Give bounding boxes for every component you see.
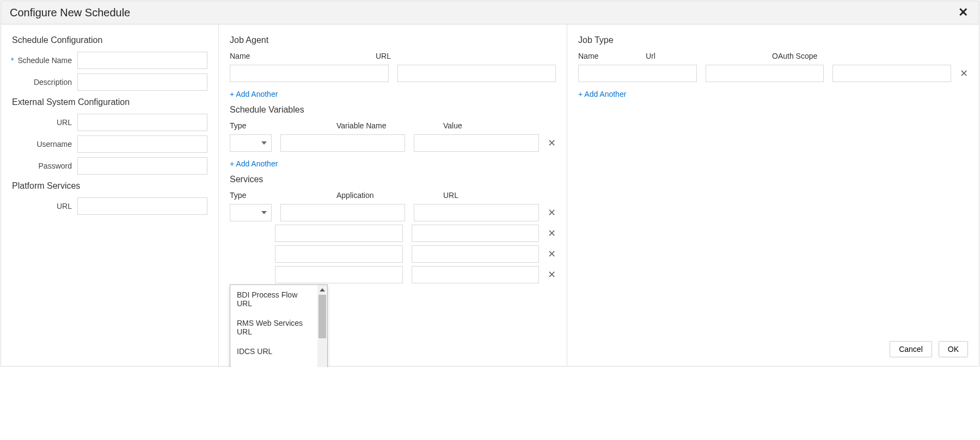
dialog-body: Schedule Configuration * Schedule Name D… <box>1 24 979 366</box>
services-h-type: Type <box>230 191 328 200</box>
sched-vars-h-type: Type <box>230 121 328 130</box>
platform-url-row: URL <box>12 197 207 215</box>
job-type-h-scope: OAuth Scope <box>772 52 831 60</box>
delete-row-icon[interactable]: ✕ <box>548 227 556 239</box>
services-row: ✕ <box>230 204 556 221</box>
ext-password-input[interactable] <box>77 157 207 175</box>
section-services: Services <box>230 175 556 184</box>
cancel-button[interactable]: Cancel <box>890 341 932 357</box>
services-app-input[interactable] <box>275 266 402 283</box>
dropdown-list: BDI Process Flow URL RMS Web Services UR… <box>230 285 317 367</box>
job-type-add-link[interactable]: + Add Another <box>578 90 626 98</box>
scroll-up-button[interactable] <box>317 285 327 295</box>
services-url-input[interactable] <box>414 204 539 221</box>
dialog-footer: Cancel OK <box>890 341 968 357</box>
ext-username-input[interactable] <box>77 135 207 153</box>
configure-schedule-dialog: Configure New Schedule ✕ Schedule Config… <box>1 1 979 367</box>
services-h-url: URL <box>443 191 541 200</box>
job-type-row: ✕ <box>578 65 968 82</box>
delete-row-icon[interactable]: ✕ <box>548 248 556 260</box>
job-type-scope-input[interactable] <box>832 65 951 82</box>
job-agent-h-url: URL <box>376 52 513 60</box>
right-column: Job Type Name Url OAuth Scope ✕ + Add An… <box>567 24 979 366</box>
dropdown-option[interactable]: IDCS URL for CFS <box>230 361 317 367</box>
dropdown-option[interactable]: RMS Web Services URL <box>230 313 317 342</box>
job-agent-header: Name URL <box>230 52 556 60</box>
services-header: Type Application URL <box>230 191 556 200</box>
delete-row-icon[interactable]: ✕ <box>548 269 556 281</box>
job-agent-h-name: Name <box>230 52 367 60</box>
platform-url-input[interactable] <box>77 197 207 215</box>
platform-url-label: URL <box>12 202 77 210</box>
job-type-h-name: Name <box>578 52 637 60</box>
job-type-header: Name Url OAuth Scope <box>578 52 968 60</box>
ext-username-row: Username <box>12 135 207 153</box>
section-schedule-config: Schedule Configuration <box>12 35 207 45</box>
ok-button[interactable]: OK <box>939 341 968 357</box>
section-external-system: External System Configuration <box>12 97 207 107</box>
sched-vars-h-val: Value <box>443 121 541 130</box>
sched-vars-row: ✕ <box>230 134 556 152</box>
description-row: Description <box>12 73 207 91</box>
sched-vars-header: Type Variable Name Value <box>230 121 556 130</box>
services-type-select[interactable] <box>230 204 272 221</box>
job-agent-row <box>230 65 556 82</box>
services-app-input[interactable] <box>275 245 402 263</box>
services-app-input[interactable] <box>275 225 402 242</box>
dropdown-option[interactable]: BDI Process Flow URL <box>230 285 317 313</box>
required-marker: * <box>11 56 14 65</box>
services-app-input[interactable] <box>280 204 406 221</box>
schedule-name-row: * Schedule Name <box>12 52 207 69</box>
ext-password-row: Password <box>12 157 207 175</box>
section-platform-services: Platform Services <box>12 181 207 191</box>
services-row: ✕ <box>230 245 556 263</box>
delete-row-icon[interactable]: ✕ <box>548 207 556 219</box>
sched-vars-add-link[interactable]: + Add Another <box>230 159 278 168</box>
ext-url-row: URL <box>12 114 207 131</box>
services-url-input[interactable] <box>412 225 539 242</box>
close-icon[interactable]: ✕ <box>956 5 970 20</box>
dropdown-option[interactable]: IDCS URL <box>230 342 317 361</box>
chevron-down-icon <box>261 141 267 145</box>
delete-row-icon[interactable]: ✕ <box>548 137 556 149</box>
services-h-app: Application <box>336 191 434 200</box>
job-agent-add-link[interactable]: + Add Another <box>230 90 278 98</box>
services-row: ✕ <box>230 266 556 283</box>
dropdown-scrollbar[interactable] <box>317 285 327 367</box>
scroll-thumb[interactable] <box>318 295 326 338</box>
chevron-up-icon <box>320 288 325 292</box>
services-type-dropdown: BDI Process Flow URL RMS Web Services UR… <box>230 284 328 367</box>
schedule-name-label-text: Schedule Name <box>17 56 72 65</box>
ext-url-label: URL <box>12 118 77 127</box>
job-type-url-input[interactable] <box>706 65 824 82</box>
job-agent-url-input[interactable] <box>397 65 556 82</box>
chevron-down-icon <box>261 211 267 214</box>
ext-url-input[interactable] <box>77 114 207 131</box>
middle-column: Job Agent Name URL + Add Another Schedul… <box>219 24 567 366</box>
section-job-type: Job Type <box>578 35 968 45</box>
schedule-name-input[interactable] <box>77 52 207 69</box>
job-type-name-input[interactable] <box>578 65 697 82</box>
ext-username-label: Username <box>12 140 77 148</box>
sched-vars-h-var: Variable Name <box>336 121 434 130</box>
job-type-h-url: Url <box>646 52 763 60</box>
sched-vars-type-select[interactable] <box>230 134 272 152</box>
sched-vars-name-input[interactable] <box>280 134 406 152</box>
services-url-input[interactable] <box>412 266 539 283</box>
schedule-name-label: * Schedule Name <box>12 56 77 65</box>
scroll-track[interactable] <box>317 295 327 367</box>
services-url-input[interactable] <box>412 245 539 263</box>
description-label: Description <box>12 78 77 86</box>
left-column: Schedule Configuration * Schedule Name D… <box>1 24 219 366</box>
sched-vars-value-input[interactable] <box>414 134 539 152</box>
section-job-agent: Job Agent <box>230 35 556 45</box>
ext-password-label: Password <box>12 162 77 170</box>
delete-row-icon[interactable]: ✕ <box>960 67 968 79</box>
services-row: ✕ <box>230 225 556 242</box>
dialog-title: Configure New Schedule <box>10 7 130 19</box>
section-schedule-variables: Schedule Variables <box>230 105 556 115</box>
description-input[interactable] <box>77 73 207 91</box>
dialog-header: Configure New Schedule ✕ <box>1 1 979 24</box>
job-agent-name-input[interactable] <box>230 65 389 82</box>
